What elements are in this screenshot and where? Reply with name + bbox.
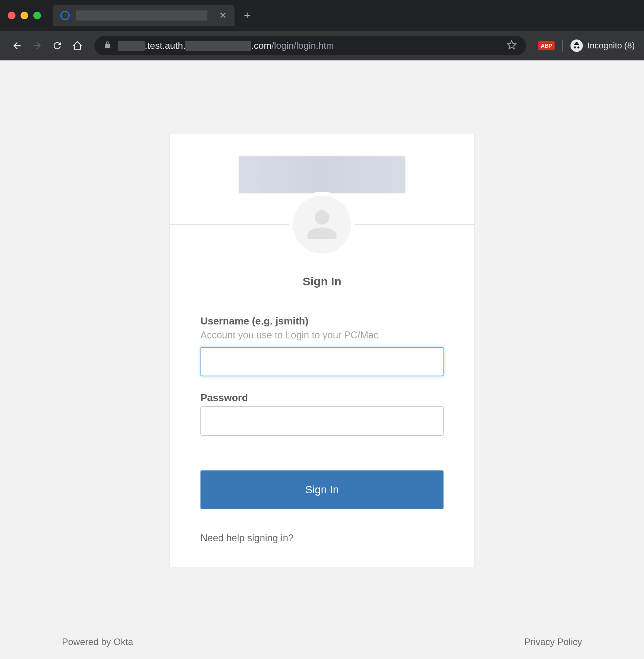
home-button[interactable] (70, 38, 85, 53)
signin-button[interactable]: Sign In (200, 470, 444, 509)
address-bar[interactable]: .test.auth. .com /login/login.htm (94, 36, 526, 55)
avatar-placeholder-icon (293, 196, 351, 254)
company-logo (239, 156, 405, 193)
window-controls (8, 12, 41, 19)
lock-icon (104, 41, 111, 50)
browser-chrome: ✕ + .test.auth. .com /login/logi (0, 0, 644, 60)
password-group: Password (200, 392, 444, 436)
username-group: Username (e.g. jsmith) Account you use t… (200, 315, 444, 376)
adblock-extension-icon[interactable]: ABP (538, 41, 555, 50)
maximize-window-button[interactable] (33, 12, 41, 19)
password-label: Password (200, 392, 444, 404)
username-label: Username (e.g. jsmith) (200, 315, 444, 327)
page-content: Sign In Username (e.g. jsmith) Account y… (0, 60, 644, 659)
help-signing-in-link[interactable]: Need help signing in? (200, 532, 444, 544)
login-form: Sign In Username (e.g. jsmith) Account y… (170, 225, 474, 567)
browser-tab[interactable]: ✕ (53, 5, 235, 26)
password-input[interactable] (200, 406, 444, 436)
reload-button[interactable] (50, 38, 65, 53)
username-hint: Account you use to Login to your PC/Mac (200, 330, 444, 341)
tab-bar: ✕ + (0, 0, 644, 31)
incognito-icon (570, 39, 583, 52)
new-tab-button[interactable]: + (244, 9, 251, 22)
tab-title (76, 10, 207, 21)
close-window-button[interactable] (8, 12, 15, 19)
bookmark-star-icon[interactable] (507, 40, 517, 51)
privacy-policy-link[interactable]: Privacy Policy (524, 637, 582, 647)
login-card: Sign In Username (e.g. jsmith) Account y… (169, 134, 475, 567)
signin-heading: Sign In (200, 275, 444, 288)
minimize-window-button[interactable] (21, 12, 28, 19)
powered-by-text: Powered by Okta (62, 637, 133, 647)
divider (170, 224, 474, 225)
navigation-bar: .test.auth. .com /login/login.htm ABP In… (0, 31, 644, 60)
forward-button[interactable] (29, 38, 45, 53)
incognito-indicator[interactable]: Incognito (8) (570, 39, 635, 52)
url-text: .test.auth. .com /login/login.htm (118, 40, 500, 51)
username-input[interactable] (200, 347, 444, 376)
page-footer: Powered by Okta Privacy Policy (0, 637, 644, 647)
back-button[interactable] (9, 38, 25, 53)
incognito-label: Incognito (8) (587, 41, 635, 51)
tab-favicon-icon (60, 11, 70, 20)
close-tab-button[interactable]: ✕ (219, 10, 227, 21)
toolbar-divider (562, 40, 563, 51)
avatar-container (289, 192, 355, 257)
